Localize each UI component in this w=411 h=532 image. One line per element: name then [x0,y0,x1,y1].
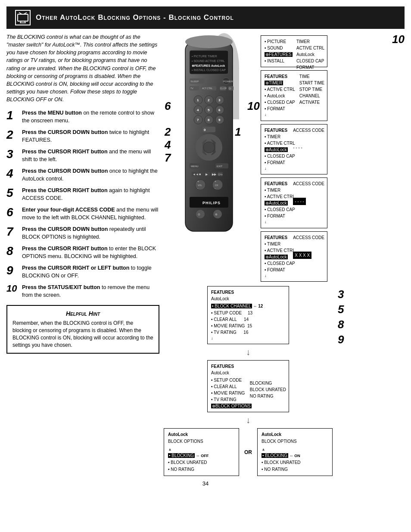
svg-text:+: + [215,180,216,183]
svg-text:• SOUND      ACTIVE CTRL: • SOUND ACTIVE CTRL [192,59,225,62]
step-9-label: 9 [338,333,344,346]
bo-on-subtitle: BLOCK OPTIONS [262,438,328,445]
svg-text:1: 1 [197,98,199,102]
step-num-10: 10 [247,100,260,113]
step-6: 6 Enter your four-digit ACCESS CODE and … [6,206,159,221]
step-10-label: 10 [392,33,405,46]
svg-text:2: 2 [208,98,210,102]
step-4-text: Press the CURSOR DOWN button once to hig… [22,168,159,183]
step-num-6: 6 [165,100,171,113]
step-5: 5 Press the CURSOR RIGHT button again to… [6,187,159,202]
menu-row-2: FEATURES ⊕TIMER • ACTIVE CTRL • AutoLock… [261,70,405,121]
or-label: OR [244,449,252,455]
svg-text:• PICTURE    TIMER: • PICTURE TIMER [192,55,217,58]
main-menu-right: TIMER ACTIVE CTRL AutoLock CLOSED CAP FO… [296,38,324,71]
page-header: Other AutoLock Blocking Options - Blocki… [6,6,405,29]
svg-point-7 [185,35,233,48]
step-2-number: 2 [6,129,19,141]
menu-panels-col: 10 • PICTURE • SOUND ⊕FEATURES • INSTALL [261,33,405,282]
step-5-text: Press the CURSOR RIGHT button again to h… [22,187,159,202]
bo-on-title: AutoLock [262,431,328,438]
svg-text:⊙: ⊙ [198,213,200,216]
hint-box: Helpful Hint Remember, when the BLOCKING… [6,305,159,354]
step-1-text: Press the MENU button on the remote cont… [22,109,159,124]
svg-point-75 [196,210,205,218]
page-title: Other AutoLock Blocking Options - Blocki… [36,13,234,22]
block-options-off-panel: AutoLock BLOCK OPTIONS ▲ • BLOCKING ↔ OF… [164,428,239,476]
menu-row-5: FEATURES • TIMER • ACTIVE CTRL ⊕AutoLock… [261,231,405,282]
step-3-text: Press the CURSOR RIGHT button and the me… [22,148,159,163]
svg-text:CL.CP: CL.CP [220,87,227,90]
step-7-number: 7 [6,226,19,238]
svg-text:PHILIPS: PHILIPS [202,201,221,205]
features-autolock2-right: ACCESS CODE - - - - [293,180,324,205]
step-9-text: Press the CURSOR RIGHT or LEFT button to… [22,264,159,280]
page-number: 34 [0,476,411,491]
bottom-diagram-section: FEATURES AutoLock • BLOCK CHANNEL ↔ 12 •… [164,286,405,476]
bo-off-arrow-up: ▲ [168,446,235,452]
steps-list: 1 Press the MENU button on the remote co… [6,109,159,299]
hint-title: Helpful Hint [12,310,153,317]
step-1: 1 Press the MENU button on the remote co… [6,109,159,124]
step-8-text: Press the CURSOR RIGHT button to enter t… [22,245,159,260]
step-9: 9 Press the CURSOR RIGHT or LEFT button … [6,264,159,280]
menu-row-1: • PICTURE • SOUND ⊕FEATURES • INSTALL TI… [261,35,405,67]
step-8-label: 8 [338,318,344,331]
step-4: 4 Press the CURSOR DOWN button once to h… [6,168,159,183]
svg-text:CH+: CH+ [218,173,223,176]
intro-paragraph: The BLOCKING control is what can be thou… [6,33,159,103]
features-timer-panel: FEATURES ⊕TIMER • ACTIVE CTRL • AutoLock… [261,70,327,121]
remote-section: 6 2 4 7 10 [164,33,261,282]
arrow-down-1: ↓ [246,346,250,358]
step-6-number: 6 [6,206,19,218]
svg-text:+: + [197,180,199,183]
svg-text:• INSTALL    CLOSED CAP: • INSTALL CLOSED CAP [192,68,226,72]
block-options-on-panel: AutoLock BLOCK OPTIONS ▲ • BLOCKING ↔ ON… [257,428,333,476]
svg-point-49 [203,142,215,153]
svg-text:POWER: POWER [223,80,233,83]
svg-text:⊛: ⊛ [215,213,218,216]
autolock-channel-panel: FEATURES AutoLock • BLOCK CHANNEL ↔ 12 •… [207,286,289,344]
step-1-number: 1 [6,109,19,121]
svg-text:■: ■ [199,173,201,176]
al-channel-title1: FEATURES [211,289,285,296]
features-autolock2-panel: FEATURES • TIMER • ACTIVE CTRL ⊕AutoLock… [261,177,327,228]
step-2: 2 Press the CURSOR DOWN button twice to … [6,129,159,144]
step-10-text: Press the STATUS/EXIT button to remove t… [22,284,159,299]
menu-row-4: FEATURES • TIMER • ACTIVE CTRL ⊕AutoLock… [261,177,405,228]
step-7: 7 Press the CURSOR DOWN button repeatedl… [6,226,159,241]
svg-point-76 [213,210,222,218]
svg-text:▶▶: ▶▶ [212,173,217,176]
svg-text:TV: TV [190,87,193,90]
step-4-number: 4 [6,168,19,180]
svg-text:8: 8 [208,118,210,122]
svg-text:SLEEP: SLEEP [190,80,199,83]
svg-text:6: 6 [218,108,221,112]
svg-text:Q-: Q- [229,87,231,90]
features-autolock-panel: FEATURES • TIMER • ACTIVE CTRL ⊕AutoLock… [261,124,327,175]
step-5-label: 5 [338,303,344,316]
right-step-nums: 3 5 8 9 [338,286,344,476]
left-bottom-col: FEATURES AutoLock • BLOCK CHANNEL ↔ 12 •… [164,286,333,476]
main-menu-panel: • PICTURE • SOUND ⊕FEATURES • INSTALL TI… [261,35,327,67]
block-options-pair: AutoLock BLOCK OPTIONS ▲ • BLOCKING ↔ OF… [164,428,333,476]
right-diagram: 6 2 4 7 10 [164,33,405,476]
main-content: The BLOCKING control is what can be thou… [6,33,405,476]
svg-text:4: 4 [197,108,199,112]
left-column: The BLOCKING control is what can be thou… [6,33,159,476]
step-3-label: 3 [338,288,344,301]
tv-icon [17,12,29,24]
svg-text:ACT CTRL: ACT CTRL [202,87,213,90]
svg-text:0: 0 [204,128,206,132]
svg-text:◄◄: ◄◄ [193,173,199,176]
features-autolock-right: ACCESS CODE - - - - [293,127,324,151]
step-3: 3 Press the CURSOR RIGHT button and the … [6,148,159,163]
svg-text:VOL: VOL [198,184,202,187]
step-nums-2-4-7: 2 4 7 [165,126,171,165]
remote-svg: • PICTURE TIMER • SOUND ACTIVE CTRL ⊕FEA… [170,33,256,244]
step-7-text: Press the CURSOR DOWN button repeatedly … [22,226,159,241]
bo-off-subtitle: BLOCK OPTIONS [168,438,235,445]
svg-text:9: 9 [218,118,221,122]
step-10: 10 Press the STATUS/EXIT button to remov… [6,284,159,299]
svg-text:3: 3 [218,98,221,102]
